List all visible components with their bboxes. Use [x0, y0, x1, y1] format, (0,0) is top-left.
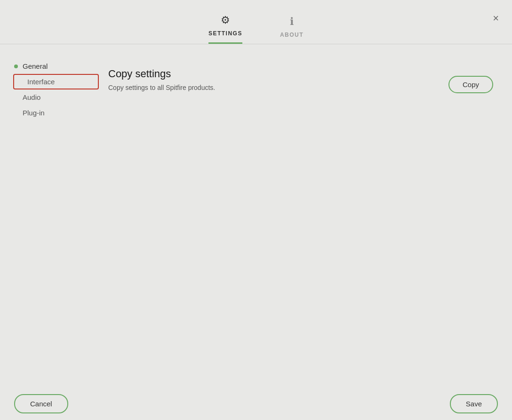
copy-settings-row: Copy settings Copy settings to all Spitf… — [108, 68, 493, 101]
sidebar-item-general[interactable]: General — [14, 58, 99, 74]
settings-icon: ⚙ — [221, 14, 230, 26]
tab-settings[interactable]: ⚙ SETTINGS — [208, 14, 242, 44]
interface-dot — [19, 80, 23, 84]
cancel-button[interactable]: Cancel — [14, 394, 68, 413]
copy-settings-text: Copy settings Copy settings to all Spitf… — [108, 68, 448, 101]
close-button[interactable]: × — [493, 13, 499, 24]
save-button[interactable]: Save — [450, 394, 498, 413]
sidebar-plugin-label: Plug-in — [23, 109, 45, 117]
main-content: General Interface Audio Plug-in Copy set… — [0, 44, 512, 370]
about-tab-label: ABOUT — [280, 32, 304, 38]
about-icon: ℹ — [290, 16, 294, 28]
sidebar-item-interface[interactable]: Interface — [13, 74, 99, 89]
copy-settings-title: Copy settings — [108, 68, 448, 80]
sidebar-interface-label: Interface — [27, 78, 55, 86]
content-panel: Copy settings Copy settings to all Spitf… — [99, 58, 512, 370]
sidebar: General Interface Audio Plug-in — [0, 58, 99, 370]
plugin-dot — [14, 111, 18, 115]
sidebar-audio-label: Audio — [23, 93, 40, 101]
tab-about[interactable]: ℹ ABOUT — [280, 16, 304, 44]
sidebar-general-label: General — [23, 62, 48, 70]
sidebar-item-plugin[interactable]: Plug-in — [14, 105, 99, 121]
sidebar-item-audio[interactable]: Audio — [14, 89, 99, 105]
audio-dot — [14, 96, 18, 99]
copy-settings-description: Copy settings to all Spitfire products. — [108, 84, 448, 91]
bottom-bar: Cancel Save — [0, 387, 512, 420]
tab-bar: ⚙ SETTINGS ℹ ABOUT — [0, 0, 512, 44]
copy-button[interactable]: Copy — [448, 76, 493, 93]
settings-tab-label: SETTINGS — [208, 30, 242, 37]
general-dot — [14, 65, 18, 68]
